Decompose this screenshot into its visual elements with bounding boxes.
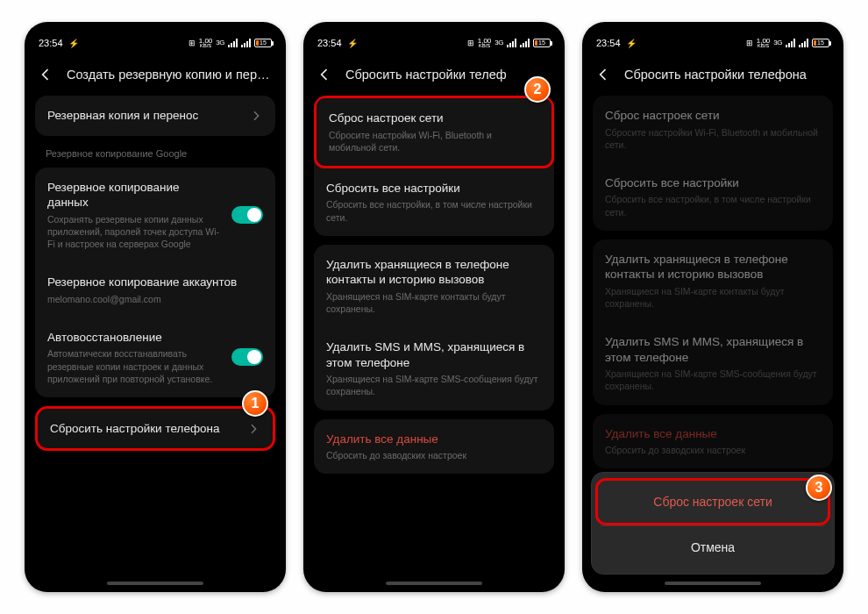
back-icon[interactable] xyxy=(594,66,612,83)
group-reset-settings: Сброс настроек сети Сбросите настройки W… xyxy=(314,96,554,236)
item-subtitle: Сохранять резервные копии данных приложе… xyxy=(47,213,223,251)
item-auto-restore[interactable]: Автовосстановление Автоматически восстан… xyxy=(35,318,275,397)
item-backup-accounts[interactable]: Резервное копирование аккаунтов melomano… xyxy=(35,262,275,318)
item-erase-all-data[interactable]: Удалить все данные Сбросить до заводских… xyxy=(314,419,554,475)
app-bar: Создать резервную копию и перезаг.. xyxy=(33,54,277,94)
battery-icon: 15 xyxy=(533,39,551,47)
item-reset-network[interactable]: Сброс настроек сети Сбросите настройки W… xyxy=(317,98,551,166)
item-label: Удалить SMS и MMS, хранящиеся в этом тел… xyxy=(326,339,542,370)
flash-icon: ⚡ xyxy=(68,39,79,48)
flash-icon: ⚡ xyxy=(347,39,358,48)
callout-badge-2: 2 xyxy=(524,76,551,103)
item-backup-data[interactable]: Резервное копирование данных Сохранять р… xyxy=(35,168,275,263)
status-time: 23:54 xyxy=(39,38,63,48)
home-indicator[interactable] xyxy=(665,582,761,585)
item-subtitle: Сбросить все настройки, в том числе наст… xyxy=(326,198,542,223)
toggle-backup-data[interactable] xyxy=(231,206,263,224)
status-time: 23:54 xyxy=(596,38,621,48)
section-label-google: Резервное копирование Google xyxy=(35,145,275,168)
item-label: Сбросить все настройки xyxy=(326,181,542,196)
page-title: Сбросить настройки телефона xyxy=(624,68,807,82)
group-reset-phone: Сбросить настройки телефона xyxy=(35,406,275,452)
item-erase-all-data: Удалить все данные Сбросить до заводских… xyxy=(593,414,833,469)
item-subtitle: Хранящиеся на SIM-карте SMS-сообщения бу… xyxy=(605,368,821,392)
item-label: Сброс настроек сети xyxy=(329,111,539,126)
signal-icon xyxy=(228,39,238,47)
item-subtitle: Автоматически восстанавливать резервные … xyxy=(47,347,223,385)
toggle-auto-restore[interactable] xyxy=(231,348,263,366)
item-reset-network: Сброс настроек сети Сбросите настройки W… xyxy=(593,96,833,163)
item-label: Автовосстановление xyxy=(47,330,223,346)
home-indicator[interactable] xyxy=(107,582,203,585)
home-indicator[interactable] xyxy=(386,582,482,585)
net-type: 3G xyxy=(494,39,503,46)
sheet-cancel[interactable]: Отмена xyxy=(592,526,834,568)
item-subtitle: Хранящиеся на SIM-карте контакты будут с… xyxy=(605,285,821,310)
item-reset-all-settings: Сбросить все настройки Сбросить все наст… xyxy=(593,163,833,231)
status-bar: 23:54 ⚡ ⊞ 1,00KB/S 3G 15 xyxy=(312,32,556,54)
item-reset-phone-settings[interactable]: Сбросить настройки телефона xyxy=(38,409,273,449)
signal-icon-2 xyxy=(799,39,808,47)
group-erase-data: Удалить хранящиеся в телефоне контакты и… xyxy=(593,239,833,405)
item-subtitle: Сбросить до заводских настроек xyxy=(605,444,821,456)
signal-icon-2 xyxy=(241,39,251,47)
item-subtitle: Сбросите настройки Wi-Fi, Bluetooth и мо… xyxy=(605,126,821,151)
item-delete-sms[interactable]: Удалить SMS и MMS, хранящиеся в этом тел… xyxy=(314,327,554,410)
battery-icon: 15 xyxy=(254,39,272,47)
hd-icon: ⊞ xyxy=(467,39,474,47)
item-label: Удалить все данные xyxy=(326,432,542,447)
group-erase-data: Удалить хранящиеся в телефоне контакты и… xyxy=(314,245,554,411)
signal-icon-2 xyxy=(520,39,530,47)
flash-icon: ⚡ xyxy=(626,39,637,48)
item-label: Удалить SMS и MMS, хранящиеся в этом тел… xyxy=(605,334,821,365)
item-delete-contacts[interactable]: Удалить хранящиеся в телефоне контакты и… xyxy=(314,245,554,327)
net-type: 3G xyxy=(216,39,224,46)
item-label: Резервная копия и перенос xyxy=(47,108,240,124)
item-label: Сброс настроек сети xyxy=(605,108,821,124)
page-title: Сбросить настройки телеф xyxy=(345,68,507,82)
net-speed: 1,00KB/S xyxy=(199,38,213,49)
back-icon[interactable] xyxy=(316,66,333,83)
item-subtitle: Хранящиеся на SIM-карте SMS-сообщения бу… xyxy=(326,373,542,397)
screenshot-3: 23:54 ⚡ ⊞ 1,00KB/S 3G 15 Сбросить настро… xyxy=(582,22,843,592)
group-backup-transfer: Резервная копия и перенос xyxy=(35,96,275,136)
item-delete-contacts: Удалить хранящиеся в телефоне контакты и… xyxy=(593,239,833,322)
group-erase-all: Удалить все данные Сбросить до заводских… xyxy=(593,414,833,469)
status-bar: 23:54 ⚡ ⊞ 1,00KB/S 3G 15 xyxy=(591,32,835,54)
group-google-backup: Резервное копирование данных Сохранять р… xyxy=(35,168,275,397)
sheet-confirm-reset-network[interactable]: Сброс настроек сети xyxy=(598,481,828,523)
app-bar: Сбросить настройки телеф 2 xyxy=(312,54,556,94)
item-subtitle: Сбросите настройки Wi-Fi, Bluetooth и мо… xyxy=(329,129,539,154)
item-label: Резервное копирование данных xyxy=(47,180,223,211)
item-label: Удалить хранящиеся в телефоне контакты и… xyxy=(326,257,542,288)
group-erase-all: Удалить все данные Сбросить до заводских… xyxy=(314,419,554,475)
item-delete-sms: Удалить SMS и MMS, хранящиеся в этом тел… xyxy=(593,322,833,404)
callout-badge-3: 3 xyxy=(806,475,832,501)
chevron-right-icon xyxy=(246,422,260,436)
item-label: Удалить все данные xyxy=(605,426,821,442)
item-subtitle: Сбросить все настройки, в том числе наст… xyxy=(605,193,821,218)
status-time: 23:54 xyxy=(317,38,342,48)
item-label: Сбросить все настройки xyxy=(605,175,821,191)
item-backup-transfer[interactable]: Резервная копия и перенос xyxy=(35,96,275,136)
item-subtitle: melomano.cool@gmail.com xyxy=(47,293,263,305)
signal-icon xyxy=(507,39,516,47)
net-speed: 1,00KB/S xyxy=(757,38,771,49)
group-reset-settings: Сброс настроек сети Сбросите настройки W… xyxy=(593,96,833,231)
screenshot-2: 23:54 ⚡ ⊞ 1,00KB/S 3G 15 Сбросить настро… xyxy=(303,22,565,592)
status-bar: 23:54 ⚡ ⊞ 1,00KB/S 3G 15 xyxy=(33,32,277,54)
page-title: Создать резервную копию и перезаг.. xyxy=(67,68,274,82)
callout-badge-1: 1 xyxy=(242,390,268,417)
item-label: Сбросить настройки телефона xyxy=(50,421,238,437)
chevron-right-icon xyxy=(249,109,263,123)
back-icon[interactable] xyxy=(37,66,54,83)
item-subtitle: Хранящиеся на SIM-карте контакты будут с… xyxy=(326,290,542,315)
item-label: Резервное копирование аккаунтов xyxy=(47,275,263,290)
action-sheet: 3 Сброс настроек сети Отмена xyxy=(591,472,835,575)
item-label: Удалить хранящиеся в телефоне контакты и… xyxy=(605,252,821,282)
screenshot-1: 23:54 ⚡ ⊞ 1,00KB/S 3G 15 Создать резервн… xyxy=(25,22,286,592)
net-speed: 1,00KB/S xyxy=(478,38,492,49)
signal-icon xyxy=(786,39,795,47)
item-reset-all-settings[interactable]: Сбросить все настройки Сбросить все наст… xyxy=(314,168,554,236)
net-type: 3G xyxy=(773,39,782,46)
